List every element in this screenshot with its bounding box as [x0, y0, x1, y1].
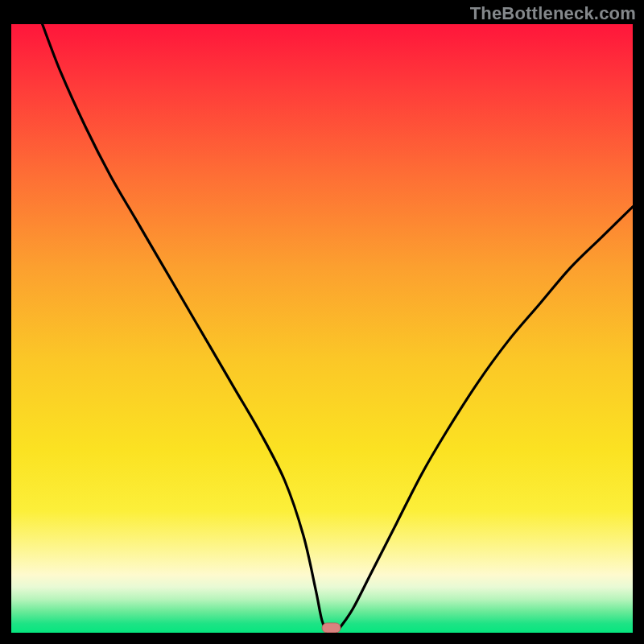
chart-frame: TheBottleneck.com: [0, 0, 644, 644]
plot-area: [11, 24, 633, 633]
attribution-label: TheBottleneck.com: [470, 3, 636, 24]
bottleneck-chart-svg: [11, 24, 633, 633]
optimal-point-marker: [322, 623, 341, 633]
gradient-background: [11, 24, 633, 633]
